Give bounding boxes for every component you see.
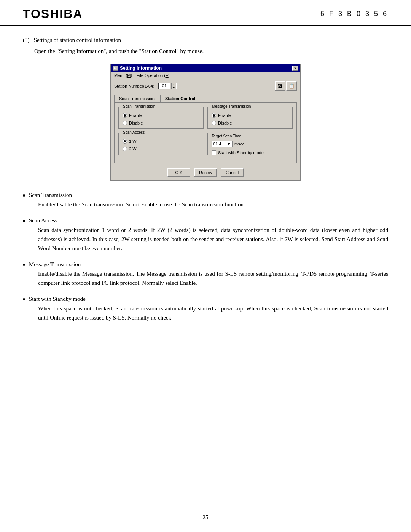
bullet-body-scan-transmission: Enable/disable the Scan transmission. Se…	[38, 200, 388, 209]
scan-transmission-enable-radio[interactable]	[123, 113, 127, 118]
bullet-scan-transmission: Scan Transmission Enable/disable the Sca…	[23, 192, 388, 209]
message-transmission-enable-item[interactable]: Enable	[212, 113, 288, 118]
bullet-item-scan-access: Scan Access	[23, 217, 388, 224]
spin-up-button[interactable]: ▲	[171, 83, 177, 86]
bullet-standby-mode: Start with Standby mode When this space …	[23, 296, 388, 322]
transmission-groups-row: Scan Transmission Enable Disable	[118, 107, 293, 129]
scan-access-2w-item[interactable]: 2 W	[123, 147, 204, 151]
bullet-body-standby-mode: When this space is not checked, Scan tra…	[38, 304, 388, 322]
page-footer: — 25 —	[0, 510, 411, 524]
company-logo: TOSHIBA	[23, 7, 83, 21]
bullet-body-scan-access: Scan data synchronization 1 word or 2 wo…	[38, 225, 388, 253]
cancel-button[interactable]: Cancel	[221, 168, 244, 177]
page-number: — 25 —	[196, 514, 216, 520]
section-heading: Settings of station control information	[34, 37, 121, 43]
bullet-item-scan-transmission: Scan Transmission	[23, 192, 388, 198]
message-transmission-disable-radio[interactable]	[212, 121, 216, 125]
bullet-body-message-transmission: Enable/disable the Message transmission.…	[38, 269, 388, 288]
bullet-dot-scan-access	[23, 220, 25, 222]
renew-button[interactable]: Renew	[194, 168, 217, 177]
dialog-tabs: Scan Transmission Station Control	[111, 95, 300, 102]
station-number-label: Station Number(1-64)	[114, 84, 155, 88]
target-scan-time-row: 61.4 ▼ msec	[212, 141, 293, 147]
tab-station-control[interactable]: Station Control	[160, 95, 200, 102]
menu-menu-item[interactable]: Menu (M)	[114, 73, 132, 78]
scan-access-2w-label: 2 W	[129, 147, 137, 151]
bullet-message-transmission: Message Transmission Enable/disable the …	[23, 261, 388, 288]
dialog-screenshot: ⊙ Setting Information × Menu (M) File Op…	[23, 64, 388, 181]
scan-access-row: Scan Access 1 W 2 W	[118, 133, 293, 155]
bullet-dot-scan-transmission	[23, 194, 25, 197]
bullet-scan-access: Scan Access Scan data synchronization 1 …	[23, 217, 388, 253]
dialog-toolbar: Station Number(1-64) 01 ▲ ▼ 🖼 📋	[111, 79, 300, 93]
scan-access-group-label: Scan Access	[122, 130, 146, 134]
bullet-title-message-transmission: Message Transmission	[29, 261, 81, 268]
message-transmission-group: Message Transmission Enable Disable	[207, 107, 293, 129]
message-transmission-group-label: Message Transmission	[211, 104, 252, 109]
scan-access-2w-radio[interactable]	[123, 147, 127, 151]
scan-access-1w-label: 1 W	[129, 139, 137, 144]
bullet-item-standby-mode: Start with Standby mode	[23, 296, 388, 302]
target-scan-time-dropdown-arrow[interactable]: ▼	[227, 142, 231, 146]
page-header: TOSHIBA 6 F 3 B 0 3 5 6	[0, 0, 411, 26]
station-number-spinner[interactable]: ▲ ▼	[171, 83, 177, 89]
scan-access-1w-item[interactable]: 1 W	[123, 139, 204, 144]
bullet-title-standby-mode: Start with Standby mode	[29, 296, 86, 302]
standby-mode-checkbox[interactable]	[212, 150, 216, 155]
target-scan-time-value: 61.4	[213, 142, 221, 146]
scan-access-group: Scan Access 1 W 2 W	[118, 133, 208, 155]
dialog-app-icon: ⊙	[113, 66, 118, 71]
scan-transmission-group: Scan Transmission Enable Disable	[118, 107, 204, 129]
menu-file-operation-item[interactable]: File Operation (F)	[137, 73, 169, 78]
message-transmission-enable-label: Enable	[218, 113, 231, 118]
station-number-field[interactable]: 01	[158, 83, 170, 89]
dialog-close-button[interactable]: ×	[292, 66, 298, 71]
bullet-item-message-transmission: Message Transmission	[23, 261, 388, 268]
toolbar-icon-group: 🖼 📋	[275, 81, 297, 91]
scan-transmission-group-label: Scan Transmission	[122, 104, 156, 109]
spin-down-button[interactable]: ▼	[171, 86, 177, 89]
toolbar-icon-2[interactable]: 📋	[286, 81, 297, 91]
bullet-title-scan-access: Scan Access	[29, 217, 57, 224]
setting-information-dialog: ⊙ Setting Information × Menu (M) File Op…	[110, 64, 301, 181]
dialog-title-group: ⊙ Setting Information	[113, 66, 162, 71]
target-scan-time-label: Target Scan Time	[212, 134, 293, 138]
target-scan-time-group: Target Scan Time 61.4 ▼ msec Start with …	[212, 133, 293, 155]
scan-access-radio-group: 1 W 2 W	[123, 136, 204, 151]
message-transmission-disable-item[interactable]: Disable	[212, 121, 288, 125]
scan-transmission-disable-radio[interactable]	[123, 121, 127, 125]
section-number: (5)	[23, 37, 30, 43]
tab-content-station-control: Scan Transmission Enable Disable	[114, 102, 297, 163]
document-number: 6 F 3 B 0 3 5 6	[320, 10, 388, 18]
standby-mode-row[interactable]: Start with Standby mode	[212, 150, 293, 155]
section-title: (5) Settings of station control informat…	[23, 37, 388, 43]
scan-transmission-enable-item[interactable]: Enable	[123, 113, 199, 118]
bullet-title-scan-transmission: Scan Transmission	[29, 192, 72, 198]
tab-scan-transmission[interactable]: Scan Transmission	[114, 95, 159, 102]
main-content: (5) Settings of station control informat…	[0, 26, 411, 342]
bullet-dot-message-transmission	[23, 264, 25, 266]
scan-transmission-disable-label: Disable	[129, 121, 143, 125]
msec-unit-label: msec	[234, 142, 244, 146]
dialog-title-text: Setting Information	[120, 66, 162, 71]
scan-transmission-disable-item[interactable]: Disable	[123, 121, 199, 125]
bullet-dot-standby-mode	[23, 298, 25, 300]
station-number-input-group: 01 ▲ ▼	[158, 83, 177, 89]
ok-button[interactable]: O K	[167, 168, 190, 177]
dialog-menubar: Menu (M) File Operation (F)	[111, 72, 300, 79]
dialog-titlebar: ⊙ Setting Information ×	[111, 64, 300, 72]
message-transmission-disable-label: Disable	[218, 121, 232, 125]
intro-text: Open the "Setting Information", and push…	[34, 48, 388, 54]
message-transmission-radio-group: Enable Disable	[212, 110, 288, 125]
target-scan-time-select[interactable]: 61.4 ▼	[212, 141, 233, 147]
standby-mode-label: Start with Standby mode	[218, 150, 264, 155]
toolbar-icon-1[interactable]: 🖼	[275, 81, 285, 91]
scan-transmission-enable-label: Enable	[129, 113, 142, 118]
scan-transmission-radio-group: Enable Disable	[123, 110, 199, 125]
message-transmission-enable-radio[interactable]	[212, 113, 216, 118]
scan-access-1w-radio[interactable]	[123, 139, 127, 144]
dialog-buttons-row: O K Renew Cancel	[111, 166, 300, 180]
